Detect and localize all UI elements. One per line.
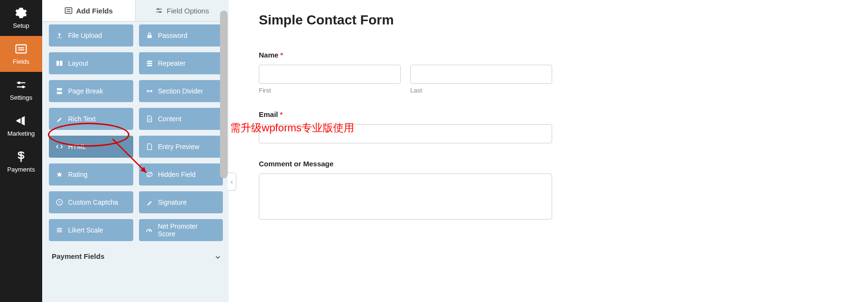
nav-label: Marketing — [7, 130, 35, 137]
field-label: Rating — [68, 171, 87, 178]
chevron-left-icon: ‹ — [231, 178, 233, 186]
richtext-icon — [56, 115, 63, 123]
list-icon — [146, 59, 153, 67]
field-label: Entry Preview — [158, 143, 199, 151]
field-label: Page Break — [68, 87, 103, 95]
divider-icon — [146, 87, 153, 95]
field-page-break[interactable]: Page Break — [49, 80, 133, 102]
field-email[interactable]: Email* — [259, 110, 846, 143]
field-repeater[interactable]: Repeater — [139, 52, 223, 74]
first-sublabel: First — [259, 87, 401, 94]
field-file-upload[interactable]: File Upload — [49, 24, 133, 46]
field-layout[interactable]: Layout — [49, 52, 133, 74]
tab-field-options[interactable]: Field Options — [135, 0, 229, 22]
fields-scroll[interactable]: File Upload Password Layout Repeater Pag… — [42, 22, 229, 302]
svg-rect-20 — [57, 88, 62, 90]
field-content[interactable]: Content — [139, 108, 223, 130]
field-label: Custom Captcha — [68, 198, 118, 206]
eye-off-icon — [146, 171, 153, 178]
svg-point-6 — [22, 86, 24, 88]
field-label: Content — [158, 115, 182, 123]
nav-label: Fields — [13, 58, 30, 65]
field-password[interactable]: Password — [139, 24, 223, 46]
tab-add-fields[interactable]: Add Fields — [42, 0, 135, 22]
svg-point-5 — [18, 81, 20, 84]
field-section-divider[interactable]: Section Divider — [139, 80, 223, 102]
star-icon — [56, 171, 63, 178]
field-label: Layout — [68, 59, 88, 67]
field-grid: File Upload Password Layout Repeater Pag… — [49, 22, 223, 241]
nav-label: Settings — [10, 94, 33, 101]
nav-setup[interactable]: Setup — [0, 0, 42, 36]
svg-line-32 — [149, 230, 150, 232]
tab-label: Field Options — [167, 7, 209, 15]
dollar-icon — [15, 151, 27, 163]
chart-icon — [56, 226, 63, 234]
panel-collapse-handle[interactable]: ‹ — [228, 173, 236, 191]
accordion-payment-fields[interactable]: Payment Fields ⌵ — [49, 252, 223, 264]
svg-rect-16 — [60, 61, 62, 66]
comment-label: Comment or Message — [259, 160, 846, 168]
field-captcha[interactable]: ? Custom Captcha — [49, 191, 133, 213]
field-entry-preview[interactable]: Entry Preview — [139, 136, 223, 158]
field-label: Rich Text — [68, 115, 95, 123]
field-label: Likert Scale — [68, 226, 103, 234]
pagebreak-icon — [56, 87, 63, 95]
code-icon — [56, 143, 63, 151]
field-label: HTML — [68, 143, 86, 151]
field-name[interactable]: Name* First Last — [259, 51, 846, 94]
field-label: Section Divider — [158, 87, 203, 95]
email-input[interactable] — [259, 124, 552, 143]
field-html[interactable]: HTML — [49, 136, 133, 158]
sliders-icon — [15, 79, 27, 91]
pen-icon — [146, 198, 153, 206]
field-comment[interactable]: Comment or Message — [259, 160, 846, 221]
field-label: File Upload — [68, 32, 102, 39]
comment-textarea[interactable] — [259, 174, 552, 220]
chevron-down-icon: ⌵ — [216, 252, 220, 260]
field-label: Repeater — [158, 59, 186, 67]
field-signature[interactable]: Signature — [139, 191, 223, 213]
nav-fields[interactable]: Fields — [0, 36, 42, 72]
nav-marketing[interactable]: Marketing — [0, 108, 42, 144]
lock-icon — [146, 32, 153, 39]
field-nps[interactable]: Net Promoter Score — [139, 219, 223, 241]
field-label: Signature — [158, 198, 187, 206]
svg-point-12 — [157, 8, 159, 10]
svg-rect-15 — [57, 61, 59, 66]
field-rich-text[interactable]: Rich Text — [49, 108, 133, 130]
field-hidden[interactable]: Hidden Field — [139, 163, 223, 186]
megaphone-icon — [15, 115, 27, 127]
form-preview: Simple Contact Form Name* First Last Ema… — [237, 0, 868, 302]
name-label: Name* — [259, 51, 846, 59]
nav-payments[interactable]: Payments — [0, 144, 42, 180]
scrollbar-thumb[interactable] — [220, 11, 228, 178]
upload-icon — [56, 32, 63, 39]
accordion-label: Payment Fields — [52, 252, 104, 260]
nav-label: Setup — [13, 22, 29, 29]
svg-rect-0 — [16, 45, 26, 53]
field-label: Net Promoter Score — [158, 222, 216, 238]
email-label: Email* — [259, 110, 846, 118]
tab-label: Add Fields — [76, 7, 113, 15]
gauge-icon — [146, 226, 153, 234]
question-icon: ? — [56, 198, 63, 206]
svg-rect-7 — [65, 8, 72, 13]
svg-text:?: ? — [58, 200, 61, 205]
svg-rect-14 — [147, 35, 151, 38]
field-rating[interactable]: Rating — [49, 163, 133, 186]
first-name-input[interactable] — [259, 65, 401, 84]
svg-rect-21 — [57, 92, 62, 94]
eye-icon — [146, 143, 153, 151]
file-icon — [146, 115, 153, 123]
last-sublabel: Last — [410, 87, 552, 94]
svg-point-13 — [159, 11, 161, 13]
field-likert[interactable]: Likert Scale — [49, 219, 133, 241]
builder-sidebar: Setup Fields Settings Marketing Payments — [0, 0, 42, 302]
form-title: Simple Contact Form — [259, 12, 846, 28]
nav-settings[interactable]: Settings — [0, 72, 42, 108]
last-name-input[interactable] — [410, 65, 552, 84]
field-label: Password — [158, 32, 187, 39]
columns-icon — [56, 59, 63, 67]
field-label: Hidden Field — [158, 171, 196, 178]
